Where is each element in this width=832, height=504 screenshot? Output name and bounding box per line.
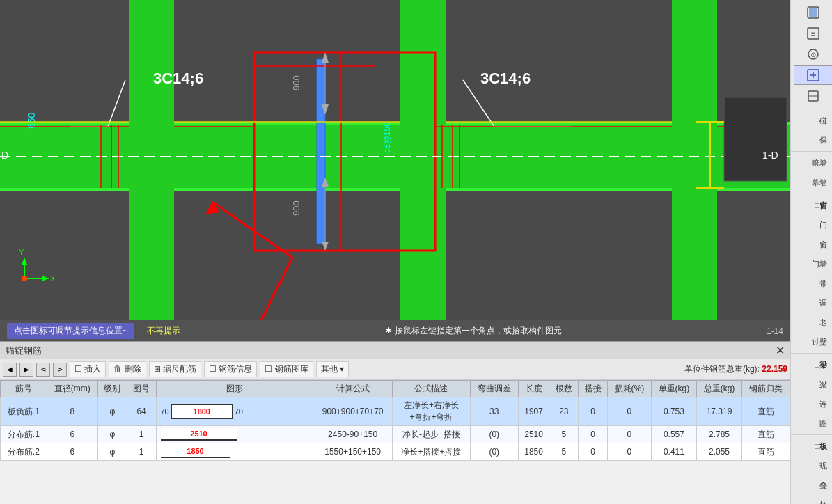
cell-grade: φ: [97, 397, 127, 426]
toolbar-碰[interactable]: 碰: [791, 111, 830, 130]
svg-text:X: X: [50, 274, 56, 283]
col-header-count: 根数: [549, 381, 579, 397]
cell-count: 23: [549, 397, 579, 426]
col-header-loss: 损耗(%): [608, 381, 652, 397]
col-header-dia: 直径(mm): [47, 381, 97, 397]
rebar-table: 筋号 直径(mm) 级别 图号 图形 计算公式 公式描述 弯曲调差 长度 根数 …: [0, 380, 790, 461]
svg-text:900: 900: [291, 75, 301, 90]
svg-rect-60: [809, 8, 817, 17]
cell-diagram[interactable]: 2510: [156, 426, 313, 443]
cell-id: 板负筋.1: [1, 397, 47, 426]
toolbar-门[interactable]: 门: [791, 215, 830, 235]
toolbar-梁2[interactable]: 梁: [791, 375, 830, 394]
toolbar-过壁[interactable]: 过壁: [791, 332, 830, 352]
cell-loss: 0: [608, 443, 652, 461]
cell-overlap: 0: [579, 426, 608, 443]
cell-loss: 0: [608, 397, 652, 426]
cell-shape: 1: [127, 426, 156, 443]
cell-category: 直筋: [742, 397, 790, 426]
total-weight-area: 单位件钢筋总重(kg): 22.159: [684, 363, 787, 375]
cell-count: 5: [549, 426, 579, 443]
panel-title: 锚锭钢筋: [6, 345, 42, 357]
first-btn[interactable]: ⊲: [36, 363, 50, 377]
rebar-lib-btn[interactable]: ☐ 钢筋图库: [260, 361, 313, 377]
cell-formula: 2450-90+150: [313, 426, 393, 443]
panel-title-bar: 锚锭钢筋 ✕: [0, 342, 790, 359]
cell-desc: 净长-起步+搭接: [393, 426, 471, 443]
cad-viewport[interactable]: 900 900 3C14;6 3C14;6 650 c8@150: [0, 0, 790, 341]
hint-link[interactable]: 不再提示: [147, 325, 180, 337]
svg-text:≡: ≡: [811, 30, 815, 38]
svg-text:Y: Y: [19, 248, 24, 256]
cell-count: 5: [549, 443, 579, 461]
last-btn[interactable]: ⊳: [53, 363, 67, 377]
hint-box: 点击图标可调节提示信息位置~: [7, 323, 134, 339]
col-header-formula: 计算公式: [313, 381, 393, 397]
toolbar-调[interactable]: 调: [791, 293, 830, 313]
total-weight-label: 单位件钢筋总重(kg):: [684, 364, 760, 374]
svg-text:D: D: [1, 150, 8, 161]
toolbar-现[interactable]: 现: [791, 456, 830, 475]
cell-length: 1850: [518, 443, 549, 461]
cell-bend: (0): [470, 426, 518, 443]
cell-shape: 64: [127, 397, 156, 426]
cell-dia: 6: [47, 443, 97, 461]
svg-text:⊙: ⊙: [810, 51, 816, 58]
toolbar-老[interactable]: 老: [791, 313, 830, 332]
cell-diagram[interactable]: 70 1800 70: [156, 397, 313, 426]
cell-unit-weight: 0.557: [651, 426, 696, 443]
col-header-shape: 图号: [127, 381, 156, 397]
toolbar-暗墙[interactable]: 暗墙: [791, 153, 830, 173]
cell-grade: φ: [97, 443, 127, 461]
rebar-info-btn[interactable]: ☐ 钢筋信息: [204, 361, 257, 377]
toolbar-梁[interactable]: □梁: [791, 355, 830, 375]
col-header-length: 长度: [518, 381, 549, 397]
cell-grade: φ: [97, 426, 127, 443]
svg-text:3C14;6: 3C14;6: [153, 70, 203, 87]
toolbar-柱[interactable]: 柱: [791, 495, 830, 504]
toolbar-icon-5[interactable]: [794, 86, 832, 106]
cell-loss: 0: [608, 426, 652, 443]
toolbar-带[interactable]: 带: [791, 274, 830, 293]
col-header-total-weight: 总重(kg): [696, 381, 741, 397]
delete-btn[interactable]: 🗑 删除: [109, 361, 146, 377]
cell-dia: 8: [47, 397, 97, 426]
cell-unit-weight: 0.753: [651, 397, 696, 426]
svg-rect-4: [129, 0, 174, 341]
toolbar-板[interactable]: □板: [791, 436, 830, 456]
table-row[interactable]: 分布筋.1 6 φ 1 2510 2450-90+150 净长-起步+搭接 (0…: [1, 426, 790, 443]
toolbar-icon-2[interactable]: ≡: [794, 24, 832, 43]
cell-bend: 33: [470, 397, 518, 426]
toolbar-保[interactable]: 保: [791, 130, 830, 150]
cell-length: 1907: [518, 397, 549, 426]
other-btn[interactable]: 其他 ▾: [316, 361, 349, 377]
toolbar-连[interactable]: 连: [791, 394, 830, 414]
toolbar-幕墙[interactable]: 幕墙: [791, 173, 830, 192]
toolbar-圈[interactable]: 圈: [791, 414, 830, 433]
col-header-id: 筋号: [1, 381, 47, 397]
cell-category: 直筋: [742, 426, 790, 443]
table-row[interactable]: 分布筋.2 6 φ 1 1850 1550+150+150 净长+搭接+搭接 (…: [1, 443, 790, 461]
toolbar-窗[interactable]: □窗: [791, 196, 830, 215]
scale-btn[interactable]: ⊞ 缩尺配筋: [149, 361, 201, 377]
toolbar-icon-1[interactable]: [794, 3, 832, 22]
cell-diagram[interactable]: 1850: [156, 443, 313, 461]
bottom-panel: 锚锭钢筋 ✕ ◀ ▶ ⊲ ⊳ ☐ 插入 🗑 删除 ⊞ 缩尺配筋 ☐ 钢筋信息 ☐…: [0, 341, 790, 504]
svg-text:c8@150: c8@150: [382, 122, 392, 153]
cell-id: 分布筋.2: [1, 443, 47, 461]
toolbar-icon-3[interactable]: ⊙: [794, 45, 832, 64]
close-panel-btn[interactable]: ✕: [776, 344, 785, 357]
svg-text:3C14;6: 3C14;6: [480, 70, 531, 87]
table-row[interactable]: 板负筋.1 8 φ 64 70 1800 70 9: [1, 397, 790, 426]
prev-btn[interactable]: ◀: [3, 363, 17, 377]
toolbar-窗2[interactable]: 窗: [791, 235, 830, 254]
toolbar-门墙[interactable]: 门墙: [791, 254, 830, 274]
insert-btn[interactable]: ☐ 插入: [70, 361, 106, 377]
toolbar-icon-4[interactable]: [794, 65, 832, 85]
next-btn[interactable]: ▶: [19, 363, 33, 377]
toolbar-叠[interactable]: 叠: [791, 475, 830, 495]
cell-desc: 左净长+右净长+弯折+弯折: [393, 397, 471, 426]
cell-length: 2510: [518, 426, 549, 443]
cell-overlap: 0: [579, 443, 608, 461]
svg-point-58: [22, 276, 27, 281]
